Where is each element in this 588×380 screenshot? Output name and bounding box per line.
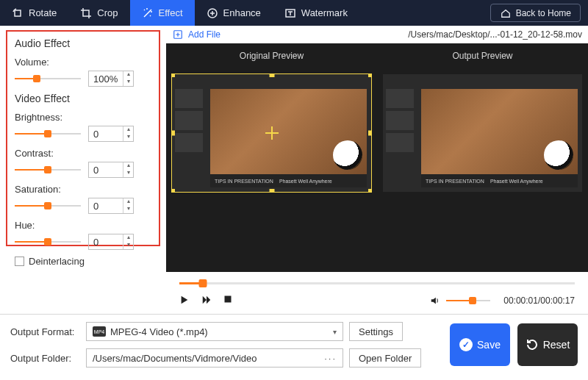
svg-rect-4 <box>225 296 232 303</box>
tab-label: Watermark <box>301 7 348 18</box>
enhance-icon <box>207 7 218 19</box>
original-preview: Original Preview <box>166 43 377 272</box>
playback-volume-slider[interactable] <box>446 295 490 306</box>
preview-area: Add File /Users/mac/Desktop/...-01-12_20… <box>166 26 588 314</box>
svg-rect-0 <box>15 10 21 16</box>
brightness-slider[interactable] <box>15 129 81 139</box>
original-frame[interactable]: TIPS IN PRESENTATION Phasett Well Anywhe… <box>172 74 371 192</box>
file-path: /Users/mac/Desktop/...-01-12_20-12-58.mo… <box>408 29 582 40</box>
video-effect-title: Video Effect <box>15 93 151 104</box>
crop-icon <box>80 7 92 19</box>
reset-icon <box>526 338 539 351</box>
tab-watermark[interactable]: Watermark <box>273 0 359 26</box>
crop-center-icon[interactable] <box>265 126 279 140</box>
hue-slider[interactable] <box>15 237 81 247</box>
save-button[interactable]: ✓ Save <box>450 323 510 366</box>
home-icon <box>500 7 512 19</box>
watermark-icon <box>284 7 296 19</box>
effects-highlight-box: Audio Effect Volume: 100% ▴▾ Video Effec… <box>6 30 160 246</box>
back-to-home-button[interactable]: Back to Home <box>490 4 581 22</box>
progress-bar[interactable] <box>166 272 588 289</box>
output-format-select[interactable]: MP4 MPEG-4 Video (*.mp4) ▾ <box>86 322 343 341</box>
brightness-spinner[interactable]: ▴▾ <box>123 126 133 141</box>
output-preview-label: Output Preview <box>377 43 588 74</box>
tab-effect[interactable]: Effect <box>130 0 195 26</box>
top-toolbar: Rotate Crop Effect Enhance Watermark Bac… <box>0 0 588 26</box>
check-icon: ✓ <box>459 338 473 351</box>
tab-rotate[interactable]: Rotate <box>0 0 68 26</box>
open-folder-button[interactable]: Open Folder <box>349 348 421 368</box>
reset-button[interactable]: Reset <box>517 323 578 366</box>
stop-button[interactable] <box>223 295 235 306</box>
hue-label: Hue: <box>15 220 151 231</box>
output-folder-input[interactable]: /Users/mac/Documents/Vidmore/Video ··· <box>86 348 343 368</box>
format-badge-icon: MP4 <box>93 326 106 337</box>
output-frame: TIPS IN PRESENTATION Phasett Well Anywhe… <box>383 74 582 192</box>
saturation-slider[interactable] <box>15 201 81 211</box>
saturation-spinner[interactable]: ▴▾ <box>123 198 133 213</box>
saturation-input[interactable]: 0 ▴▾ <box>88 198 134 214</box>
tab-crop[interactable]: Crop <box>68 0 129 26</box>
volume-spinner[interactable]: ▴▾ <box>123 71 133 86</box>
deinterlacing-checkbox[interactable] <box>15 257 24 266</box>
playback-controls: 00:00:01/00:00:17 <box>166 289 588 314</box>
tab-enhance[interactable]: Enhance <box>195 0 273 26</box>
output-folder-label: Output Folder: <box>10 353 80 364</box>
fast-forward-button[interactable] <box>201 295 213 306</box>
contrast-spinner[interactable]: ▴▾ <box>123 162 133 177</box>
saturation-label: Saturation: <box>15 184 151 195</box>
original-preview-label: Original Preview <box>166 43 377 74</box>
volume-label: Volume: <box>15 57 151 68</box>
bottom-bar: Output Format: MP4 MPEG-4 Video (*.mp4) … <box>0 314 588 375</box>
effect-icon <box>142 7 154 19</box>
contrast-slider[interactable] <box>15 165 81 175</box>
home-label: Back to Home <box>516 8 571 18</box>
volume-input[interactable]: 100% ▴▾ <box>88 71 134 87</box>
tab-label: Rotate <box>29 7 57 18</box>
time-display: 00:00:01/00:00:17 <box>503 295 575 306</box>
volume-control <box>430 295 490 306</box>
output-preview: Output Preview TIPS IN PRESENTATION <box>377 43 588 272</box>
browse-icon[interactable]: ··· <box>324 353 337 364</box>
contrast-input[interactable]: 0 ▴▾ <box>88 162 134 178</box>
add-file-button[interactable]: Add File <box>188 29 220 40</box>
brightness-label: Brightness: <box>15 112 151 123</box>
play-button[interactable] <box>179 295 191 306</box>
main-area: Audio Effect Volume: 100% ▴▾ Video Effec… <box>0 26 588 314</box>
hue-spinner[interactable]: ▴▾ <box>123 234 133 249</box>
file-bar: Add File /Users/mac/Desktop/...-01-12_20… <box>166 26 588 43</box>
effects-panel: Audio Effect Volume: 100% ▴▾ Video Effec… <box>0 26 166 314</box>
audio-effect-title: Audio Effect <box>15 37 151 49</box>
brightness-input[interactable]: 0 ▴▾ <box>88 126 134 142</box>
settings-button[interactable]: Settings <box>349 322 403 341</box>
tab-label: Crop <box>97 7 118 18</box>
deinterlacing-label: Deinterlacing <box>29 256 85 267</box>
hue-input[interactable]: 0 ▴▾ <box>88 234 134 250</box>
contrast-label: Contrast: <box>15 148 151 159</box>
tab-label: Enhance <box>223 7 261 18</box>
speaker-icon[interactable] <box>430 295 440 306</box>
volume-slider[interactable] <box>15 74 81 84</box>
preview-zone: Original Preview <box>166 43 588 272</box>
tab-label: Effect <box>159 7 183 18</box>
slide-caption-a: TIPS IN PRESENTATION <box>215 179 273 184</box>
chevron-down-icon: ▾ <box>333 328 337 336</box>
slide-caption-b: Phasett Well Anywhere <box>279 179 332 184</box>
output-format-label: Output Format: <box>10 326 80 337</box>
add-file-icon[interactable] <box>172 29 184 40</box>
rotate-icon <box>12 7 24 19</box>
